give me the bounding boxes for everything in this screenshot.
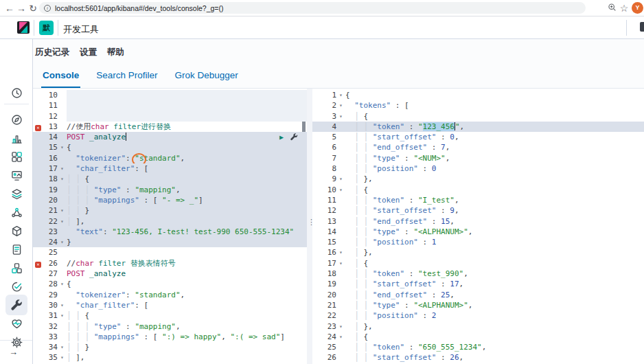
sidebar-item-canvas[interactable] (5, 166, 27, 184)
response-line-14[interactable]: 14 │ │ "type" : "<ALPHANUM>", (312, 227, 644, 237)
sidebar-item-visualize[interactable] (5, 129, 27, 147)
response-line-10[interactable]: 10▾ │ { (312, 185, 644, 195)
fold-toggle-icon[interactable]: ▾ (58, 163, 67, 174)
code-text[interactable]: │ │ "position" : 2 (345, 310, 644, 321)
code-text[interactable]: │ │ { (67, 174, 307, 184)
response-line-7[interactable]: 7 │ │ "type" : "<NUM>", (312, 153, 644, 163)
tab-console[interactable]: Console (41, 65, 80, 88)
code-text[interactable]: "char_filter": [ (67, 163, 307, 174)
code-text[interactable]: │ │ "token" : "650_555_1234", (345, 342, 644, 352)
code-text[interactable]: │ │ "position" : 1 (345, 237, 644, 247)
fold-toggle-icon[interactable]: ▾ (336, 174, 345, 184)
request-line-21[interactable]: 21▾│ │ } (33, 205, 307, 216)
fold-toggle-icon[interactable]: ▾ (336, 100, 345, 111)
code-text[interactable]: │ │ "position" : 0 (345, 163, 644, 174)
fold-toggle-icon[interactable]: ▾ (336, 321, 345, 332)
browser-profile-avatar[interactable]: Y (632, 2, 643, 14)
code-text[interactable] (67, 111, 307, 122)
response-line-2[interactable]: 2▾ "tokens" : [ (312, 100, 644, 111)
request-line-30[interactable]: 30▾ "char_filter": [ (33, 300, 307, 310)
code-text[interactable]: │ │ } (67, 342, 307, 352)
fold-toggle-icon[interactable]: ▾ (336, 90, 345, 100)
reload-icon[interactable]: ↻ (27, 1, 38, 16)
code-text[interactable] (67, 100, 307, 111)
code-text[interactable]: { (345, 90, 644, 100)
code-text[interactable]: { (67, 279, 307, 289)
request-line-24[interactable]: 24▾} (33, 237, 307, 247)
code-text[interactable]: │ │ "end_offset" : 7, (345, 142, 644, 152)
code-text[interactable]: │ }, (345, 247, 644, 258)
response-line-4[interactable]: 4 │ │ "token" : "123_456", (312, 122, 644, 132)
code-text[interactable]: │ │ } (67, 205, 307, 216)
response-line-9[interactable]: 9▾ │ }, (312, 174, 644, 184)
request-line-35[interactable]: 35▾│ ], (33, 352, 307, 363)
code-text[interactable]: │ }, (345, 174, 644, 184)
address-bar[interactable]: i localhost:5601/app/kibana#/dev_tools/c… (39, 2, 586, 14)
code-text[interactable]: │ │ "start_offset" : 26, (345, 352, 644, 363)
request-line-12[interactable]: 12 (33, 111, 307, 122)
response-line-24[interactable]: 24▾ │ { (312, 332, 644, 342)
fold-toggle-icon[interactable]: ▾ (336, 111, 345, 122)
response-line-20[interactable]: 20 │ │ "end_offset" : 25, (312, 290, 644, 300)
request-line-29[interactable]: 29 "tokenizer": "standard", (33, 290, 307, 300)
request-line-28[interactable]: 28▾{ (33, 279, 307, 289)
code-text[interactable]: "text": "123-456, I-test! test-990 650-5… (67, 227, 307, 237)
page-zoom-icon[interactable] (606, 1, 617, 16)
code-text[interactable]: │ { (345, 111, 644, 122)
code-text[interactable]: "tokenizer": "standard", (67, 290, 307, 300)
fold-toggle-icon[interactable]: ▾ (336, 185, 345, 195)
kibana-logo-icon[interactable] (17, 21, 30, 34)
request-line-34[interactable]: 34▾│ │ } (33, 342, 307, 352)
sidebar-item-management[interactable] (5, 333, 27, 351)
code-text[interactable]: │ │ "token" : "test_990", (345, 269, 644, 279)
code-text[interactable]: } (67, 237, 307, 247)
code-text[interactable]: "tokens" : [ (345, 100, 644, 111)
fold-toggle-icon[interactable]: ▾ (58, 216, 67, 227)
response-line-5[interactable]: 5 │ │ "start_offset" : 0, (312, 132, 644, 142)
request-line-18[interactable]: 18▾│ │ { (33, 174, 307, 184)
panel-splitter[interactable]: ⋮ (307, 89, 312, 364)
request-line-22[interactable]: 22▾│ ], (33, 216, 307, 227)
code-text[interactable]: │ │ "start_offset" : 9, (345, 205, 644, 216)
request-line-31[interactable]: 31▾│ │ { (33, 310, 307, 321)
request-line-13[interactable]: ✕13//使用char filter进行替换 (33, 122, 307, 132)
response-line-11[interactable]: 11 │ │ "token" : "I_test", (312, 195, 644, 205)
response-line-16[interactable]: 16▾ │ }, (312, 247, 644, 258)
request-editor[interactable]: 101112✕13//使用char filter进行替换14POST _anal… (33, 89, 307, 364)
sidebar-item-dev-tools[interactable] (5, 295, 27, 315)
request-line-15[interactable]: 15▾{ (33, 142, 307, 152)
site-info-icon[interactable]: i (44, 5, 51, 12)
request-line-27[interactable]: 27POST _analyze (33, 269, 307, 279)
request-line-26[interactable]: ✕26//char filter 替换表情符号 (33, 258, 307, 269)
code-text[interactable]: //使用char filter进行替换 (67, 122, 307, 132)
response-line-12[interactable]: 12 │ │ "start_offset" : 9, (312, 205, 644, 216)
sidebar-item-machine-learning[interactable] (5, 203, 27, 221)
fold-toggle-icon[interactable]: ▾ (336, 258, 345, 269)
back-icon[interactable]: ← (4, 1, 15, 16)
code-text[interactable]: POST _analyze (67, 269, 307, 279)
code-text[interactable] (67, 90, 307, 100)
code-text[interactable]: │ │ "type" : "<ALPHANUM>", (345, 227, 644, 237)
response-line-15[interactable]: 15 │ │ "position" : 1 (312, 237, 644, 247)
response-line-6[interactable]: 6 │ │ "end_offset" : 7, (312, 142, 644, 152)
request-line-20[interactable]: 20│ │ │ "mappings" : [ "- => _"] (33, 195, 307, 205)
menu-item-0[interactable]: 历史记录 (35, 47, 69, 58)
sidebar-item-discover[interactable] (5, 111, 27, 128)
response-line-17[interactable]: 17▾ │ { (312, 258, 644, 269)
sidebar-item-stack-monitoring[interactable] (5, 315, 27, 332)
response-line-8[interactable]: 8 │ │ "position" : 0 (312, 163, 644, 174)
request-line-16[interactable]: 16 "tokenizer": "standard", (33, 153, 307, 163)
code-text[interactable]: POST _analyze (67, 132, 307, 142)
tab-search-profiler[interactable]: Search Profiler (95, 65, 159, 87)
fold-toggle-icon[interactable]: ▾ (58, 142, 67, 152)
code-text[interactable]: │ │ │ "type" : "mapping", (67, 321, 307, 332)
code-text[interactable]: │ │ "token" : "123_456", (345, 122, 644, 132)
sidebar-item-apm[interactable] (5, 222, 27, 240)
fold-toggle-icon[interactable]: ▾ (58, 342, 67, 352)
code-text[interactable]: │ │ { (67, 310, 307, 321)
code-text[interactable]: │ │ "start_offset" : 0, (345, 132, 644, 142)
response-line-22[interactable]: 22 │ │ "position" : 2 (312, 310, 644, 321)
request-options-wrench-icon[interactable] (290, 133, 298, 141)
sidebar-item-maps[interactable] (5, 185, 27, 203)
code-text[interactable]: { (67, 142, 307, 152)
